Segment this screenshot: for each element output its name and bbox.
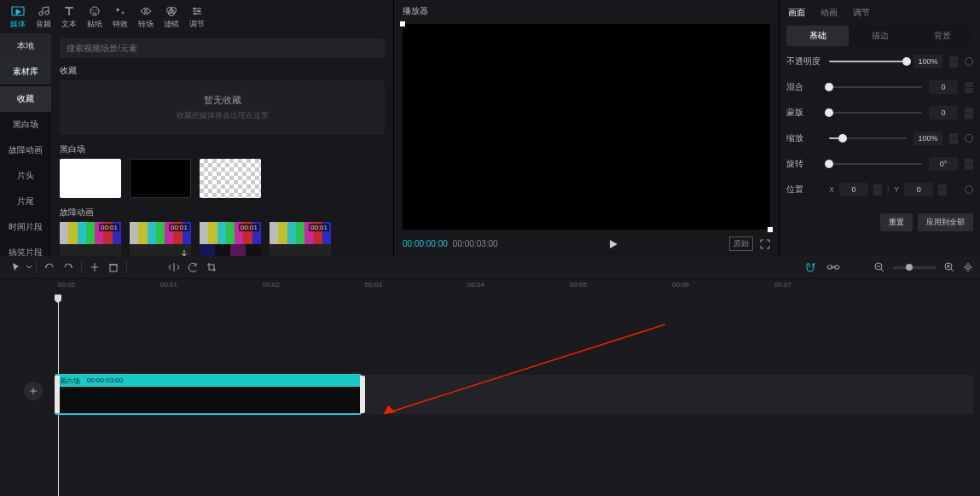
thumb-smpte-2[interactable]: 00:01 [270, 222, 331, 256]
delete-button[interactable] [104, 260, 123, 275]
thumb-transparent[interactable] [200, 159, 261, 198]
insp-tab-adjust[interactable]: 调节 [853, 7, 870, 19]
slider-opacity[interactable] [829, 61, 907, 62]
tab-effects[interactable]: 特效 [107, 2, 133, 33]
settings-icon[interactable] [963, 262, 973, 272]
subtab-basic[interactable]: 基础 [786, 26, 849, 46]
chevron-down-icon[interactable] [26, 263, 32, 271]
thumb-smpte-1[interactable]: 00:01 [200, 222, 261, 256]
media-icon [11, 5, 25, 17]
side-local[interactable]: 本地 [0, 33, 51, 59]
spinner-pos-x[interactable] [873, 184, 882, 195]
thumb-white[interactable] [60, 159, 121, 198]
tab-audio[interactable]: 音频 [31, 2, 56, 33]
tab-text[interactable]: 文本 [56, 2, 82, 33]
value-opacity[interactable]: 100% [913, 55, 942, 68]
plus-icon [29, 387, 38, 395]
spinner-mask[interactable] [965, 108, 973, 119]
reset-pos[interactable] [965, 185, 973, 194]
rotate-button[interactable] [183, 260, 202, 275]
split-button[interactable] [85, 260, 104, 275]
clip-handle-left[interactable] [55, 376, 60, 413]
timeline-clip[interactable]: 黑白场 00:00:03:00 [55, 374, 362, 415]
text-icon [62, 5, 76, 17]
fav-empty-title: 暂无收藏 [60, 94, 385, 107]
player-title: 播放器 [394, 0, 779, 22]
fav-empty-sub: 收藏的媒体将会出现在这里 [60, 110, 385, 121]
svg-point-4 [92, 9, 93, 10]
reset-scale[interactable] [965, 134, 973, 143]
zoom-in-icon[interactable] [944, 262, 954, 272]
cat-fav[interactable]: 收藏 [0, 86, 51, 112]
side-library[interactable]: 素材库 [0, 59, 51, 85]
aspect-ratio-button[interactable]: 原始 [729, 236, 753, 251]
favorites-empty: 暂无收藏 收藏的媒体将会出现在这里 [60, 80, 385, 135]
ruler-tick: 00:05 [570, 281, 587, 289]
zoom-out-icon[interactable] [874, 262, 884, 272]
media-content: 收藏 暂无收藏 收藏的媒体将会出现在这里 黑白场 故障动画 00:01 [51, 33, 393, 256]
value-blend[interactable]: 0 [929, 80, 958, 94]
slider-blend[interactable] [829, 86, 922, 88]
duration-tag: 00:01 [169, 224, 189, 231]
pointer-tool[interactable] [7, 260, 26, 275]
tab-filter[interactable]: 滤镜 [159, 2, 184, 33]
thumb-black[interactable] [130, 159, 191, 198]
timeline-ruler[interactable]: 00:00 00:01 00:02 00:03 00:04 00:05 00:0… [0, 279, 980, 295]
cat-bw[interactable]: 黑白场 [0, 112, 51, 137]
clip-duration: 00:00:03:00 [87, 376, 123, 386]
cat-intro[interactable]: 片头 [0, 163, 51, 189]
cat-time[interactable]: 时间片段 [0, 214, 51, 240]
link-icon[interactable] [826, 262, 840, 272]
filter-icon [165, 5, 178, 17]
svg-point-10 [198, 10, 200, 12]
tracks-area[interactable]: 黑白场 00:00:03:00 [0, 295, 980, 496]
value-pos-x[interactable]: 0 [839, 183, 868, 196]
search-input[interactable] [60, 38, 385, 58]
tab-label: 调节 [189, 19, 205, 30]
value-mask[interactable]: 0 [929, 106, 958, 120]
add-track-button[interactable] [24, 382, 43, 400]
effects-icon [113, 5, 127, 17]
mirror-button[interactable] [165, 260, 183, 275]
insp-tab-anim[interactable]: 动画 [821, 7, 838, 19]
zoom-slider[interactable] [893, 266, 936, 269]
reset-opacity[interactable] [965, 57, 973, 66]
tab-label: 特效 [113, 19, 128, 30]
apply-all-button[interactable]: 应用到全部 [918, 213, 973, 231]
magnet-icon[interactable] [804, 262, 818, 272]
subtab-bg[interactable]: 背景 [911, 26, 973, 46]
value-scale[interactable]: 100% [913, 131, 942, 145]
spinner-scale[interactable] [949, 133, 958, 144]
value-rotate[interactable]: 0° [929, 157, 958, 171]
play-button[interactable] [608, 239, 618, 249]
crop-button[interactable] [202, 260, 221, 275]
slider-mask[interactable] [829, 112, 922, 114]
slider-scale[interactable] [829, 137, 907, 139]
reset-button[interactable]: 重置 [880, 213, 913, 231]
adjust-icon [190, 5, 204, 17]
player-canvas[interactable] [403, 24, 770, 230]
tab-adjust[interactable]: 调节 [184, 2, 210, 33]
undo-button[interactable] [40, 260, 59, 275]
video-track[interactable]: 黑白场 00:00:03:00 [55, 375, 973, 414]
spinner-blend[interactable] [965, 82, 973, 93]
spinner-pos-y[interactable] [938, 184, 947, 195]
cat-glitch[interactable]: 故障动画 [0, 137, 51, 163]
spinner-opacity[interactable] [949, 56, 958, 67]
tab-sticker[interactable]: 贴纸 [82, 2, 107, 33]
redo-button[interactable] [59, 260, 78, 275]
thumb-testcard-2[interactable]: 00:01 [130, 222, 191, 256]
tab-media[interactable]: 媒体 [5, 2, 31, 33]
section-glitch-title: 故障动画 [60, 207, 385, 219]
tab-transition[interactable]: 转场 [133, 2, 159, 33]
value-pos-y[interactable]: 0 [904, 183, 933, 196]
subtab-stroke[interactable]: 描边 [849, 26, 911, 46]
tab-label: 媒体 [10, 19, 26, 30]
insp-tab-picture[interactable]: 画面 [788, 7, 805, 19]
slider-rotate[interactable] [829, 163, 922, 165]
cat-outro[interactable]: 片尾 [0, 189, 51, 214]
clip-handle-right[interactable] [360, 376, 365, 413]
spinner-rotate[interactable] [965, 159, 973, 170]
thumb-testcard-1[interactable]: 00:01 [60, 222, 121, 256]
fullscreen-icon[interactable] [760, 239, 770, 249]
